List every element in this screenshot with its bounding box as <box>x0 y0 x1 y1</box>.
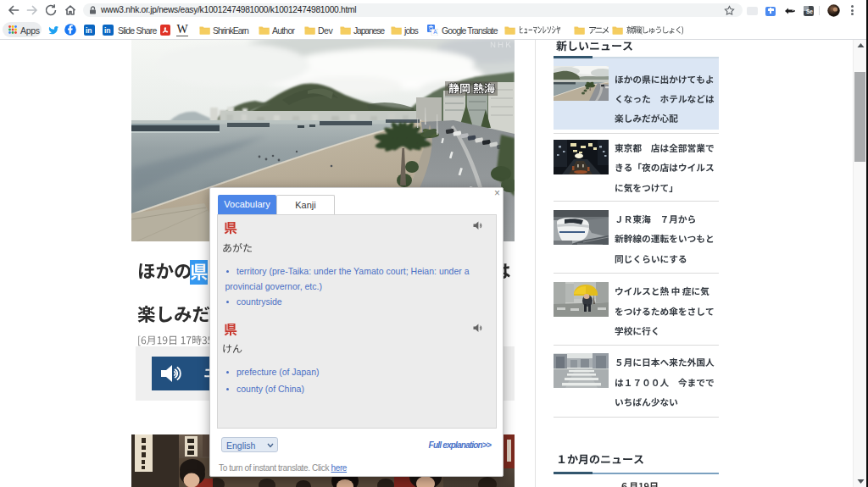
svg-text:A: A <box>433 29 437 35</box>
